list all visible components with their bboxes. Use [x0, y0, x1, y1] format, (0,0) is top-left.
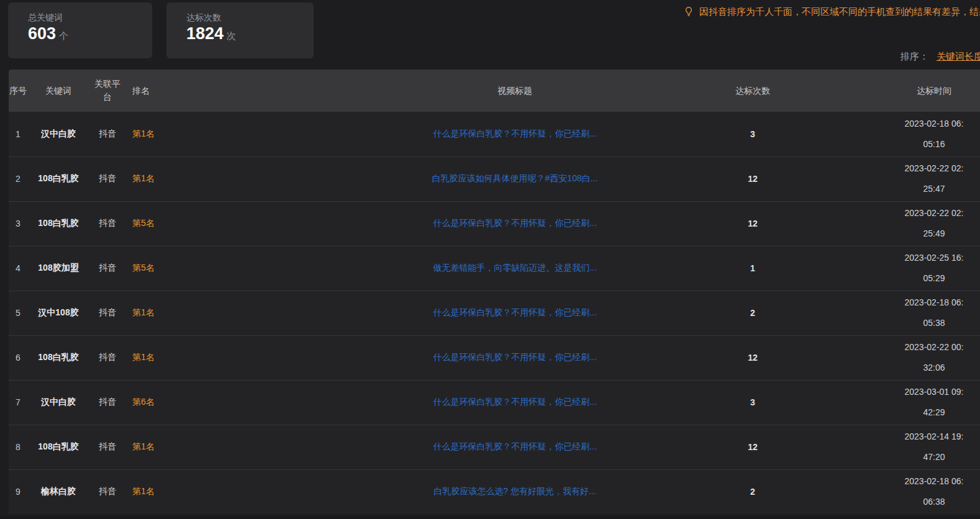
video-title-link[interactable]: 白乳胶应该如何具体使用呢？#西安108白... [432, 173, 598, 183]
table-row: 3 108白乳胶 抖音 第5名 什么是环保白乳胶？不用怀疑，你已经刷... 12… [9, 201, 980, 246]
platform-cell: 抖音 [89, 246, 125, 291]
platform-cell: 抖音 [89, 291, 125, 335]
sort-label: 排序： [901, 51, 928, 61]
video-title-link[interactable]: 什么是环保白乳胶？不用怀疑，你已经刷... [433, 397, 597, 407]
table-row: 6 108白乳胶 抖音 第1名 什么是环保白乳胶？不用怀疑，你已经刷... 12… [9, 335, 980, 380]
col-header-reach-count: 达标次数 [635, 70, 871, 112]
keyword-cell: 汉中白胶 [27, 112, 89, 156]
platform-cell: 抖音 [89, 380, 125, 425]
notice-banner: 因抖音排序为千人千面，不同区域不同的手机查到的结果有差异，结果以 [683, 6, 980, 19]
total-keywords-label: 总关键词 [28, 12, 152, 23]
platform-cell: 抖音 [89, 201, 125, 246]
row-index: 7 [9, 380, 27, 425]
reach-count-card: 达标次数 1824次 [166, 2, 314, 58]
keyword-cell: 榆林白胶 [27, 469, 89, 514]
total-keywords-card: 总关键词 603个 [8, 2, 152, 58]
keyword-cell: 108白乳胶 [27, 425, 89, 469]
bottom-edge [0, 516, 980, 519]
count-cell: 12 [635, 201, 871, 246]
reach-count-value: 1824次 [186, 24, 314, 46]
rank-cell: 第6名 [125, 380, 395, 425]
time-cell: 2023-02-18 06:05:38 [902, 292, 966, 333]
keyword-cell: 汉中108胶 [27, 291, 89, 335]
rank-cell: 第1名 [125, 156, 395, 201]
platform-cell: 抖音 [89, 156, 125, 201]
keyword-cell: 108白乳胶 [27, 201, 89, 246]
time-cell: 2023-02-22 02:25:49 [902, 203, 966, 244]
count-cell: 3 [635, 380, 871, 425]
time-cell: 2023-02-14 19:47:20 [902, 426, 966, 467]
count-cell: 12 [635, 425, 871, 469]
time-cell: 2023-03-01 09:42:29 [902, 382, 966, 423]
time-cell: 2023-02-18 06:05:16 [902, 114, 966, 155]
table-header-row: 序号 关键词 关联平台 排名 视频标题 达标次数 达标时间 [9, 70, 980, 112]
keyword-cell: 108胶加盟 [27, 246, 89, 291]
reach-count-unit: 次 [227, 30, 236, 41]
col-header-keyword: 关键词 [27, 70, 89, 112]
row-index: 8 [9, 425, 27, 469]
count-cell: 2 [635, 291, 871, 335]
table-row: 1 汉中白胶 抖音 第1名 什么是环保白乳胶？不用怀疑，你已经刷... 3 20… [9, 112, 980, 156]
table-row: 4 108胶加盟 抖音 第5名 做无差错能手，向零缺陷迈进。这是我们... 1 … [9, 246, 980, 291]
time-cell: 2023-02-25 16:05:29 [902, 248, 966, 289]
col-header-rank: 排名 [125, 70, 395, 112]
sort-keyword-length-link[interactable]: 关键词长度 [937, 51, 980, 61]
video-title-link[interactable]: 什么是环保白乳胶？不用怀疑，你已经刷... [433, 218, 597, 228]
platform-cell: 抖音 [89, 469, 125, 514]
count-cell: 12 [635, 156, 871, 201]
video-title-link[interactable]: 什么是环保白乳胶？不用怀疑，你已经刷... [433, 352, 597, 362]
table-row: 5 汉中108胶 抖音 第1名 什么是环保白乳胶？不用怀疑，你已经刷... 2 … [9, 291, 980, 335]
col-header-reach-time: 达标时间 [871, 70, 980, 112]
col-header-platform: 关联平台 [89, 70, 125, 112]
video-title-link[interactable]: 什么是环保白乳胶？不用怀疑，你已经刷... [433, 129, 597, 138]
total-keywords-unit: 个 [59, 30, 68, 41]
table-row: 9 榆林白胶 抖音 第1名 白乳胶应该怎么选? 您有好眼光，我有好... 2 2… [9, 469, 980, 514]
row-index: 2 [9, 156, 27, 201]
video-title-link[interactable]: 白乳胶应该怎么选? 您有好眼光，我有好... [433, 486, 596, 496]
rank-cell: 第5名 [125, 201, 395, 246]
count-cell: 1 [635, 246, 871, 291]
platform-cell: 抖音 [89, 335, 125, 380]
time-cell: 2023-02-18 06:06:38 [902, 471, 966, 512]
rank-cell: 第1名 [125, 425, 395, 469]
count-cell: 12 [635, 335, 871, 380]
time-cell: 2023-02-22 00:32:06 [902, 337, 966, 378]
keyword-rank-table: 序号 关键词 关联平台 排名 视频标题 达标次数 达标时间 1 汉中白胶 抖音 … [9, 70, 980, 514]
video-title-link[interactable]: 什么是环保白乳胶？不用怀疑，你已经刷... [433, 441, 597, 451]
reach-count-label: 达标次数 [186, 12, 314, 23]
rank-cell: 第1名 [125, 291, 395, 335]
col-header-video-title: 视频标题 [395, 70, 635, 112]
rank-cell: 第1名 [125, 469, 395, 514]
platform-cell: 抖音 [89, 425, 125, 469]
row-index: 3 [9, 201, 27, 246]
rank-cell: 第5名 [125, 246, 395, 291]
rank-cell: 第1名 [125, 335, 395, 380]
video-title-link[interactable]: 什么是环保白乳胶？不用怀疑，你已经刷... [433, 307, 597, 317]
bulb-icon [683, 6, 694, 19]
count-cell: 2 [635, 469, 871, 514]
count-cell: 3 [635, 112, 871, 156]
platform-cell: 抖音 [89, 112, 125, 156]
table-row: 8 108白乳胶 抖音 第1名 什么是环保白乳胶？不用怀疑，你已经刷... 12… [9, 425, 980, 469]
row-index: 6 [9, 335, 27, 380]
row-index: 9 [9, 469, 27, 514]
row-index: 4 [9, 246, 27, 291]
table-row: 2 108白乳胶 抖音 第1名 白乳胶应该如何具体使用呢？#西安108白... … [9, 156, 980, 201]
total-keywords-value: 603个 [28, 24, 152, 46]
row-index: 1 [9, 112, 27, 156]
keyword-cell: 108白乳胶 [27, 156, 89, 201]
row-index: 5 [9, 291, 27, 335]
keyword-cell: 汉中白胶 [27, 380, 89, 425]
video-title-link[interactable]: 做无差错能手，向零缺陷迈进。这是我们... [433, 263, 597, 273]
table-row: 7 汉中白胶 抖音 第6名 什么是环保白乳胶？不用怀疑，你已经刷... 3 20… [9, 380, 980, 425]
keyword-cell: 108白乳胶 [27, 335, 89, 380]
time-cell: 2023-02-22 02:25:47 [902, 158, 966, 199]
notice-text: 因抖音排序为千人千面，不同区域不同的手机查到的结果有差异，结果以 [699, 6, 980, 18]
rank-cell: 第1名 [125, 112, 395, 156]
col-header-index: 序号 [9, 70, 27, 112]
sort-bar: 排序：关键词长度 [901, 51, 980, 63]
